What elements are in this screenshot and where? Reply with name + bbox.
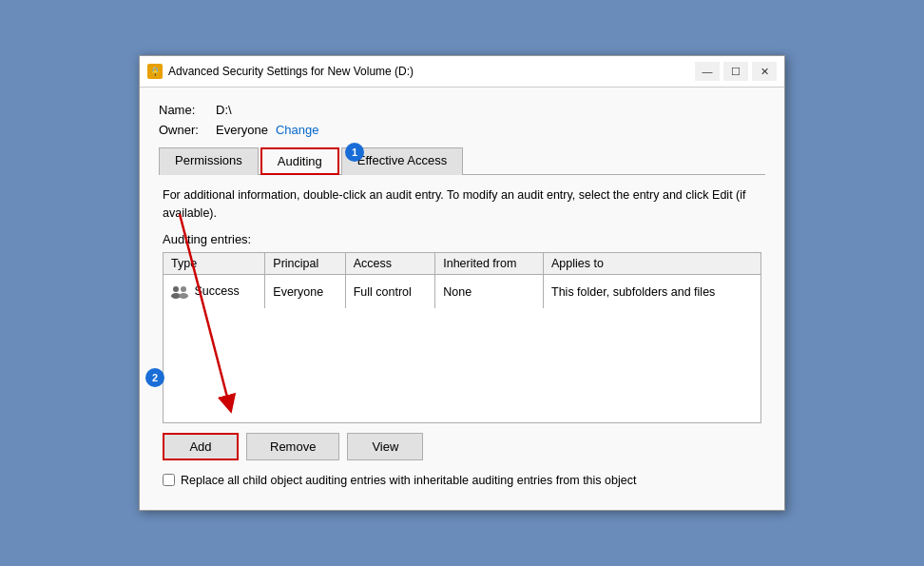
buttons-row: Add Remove View <box>163 433 761 460</box>
replace-checkbox[interactable] <box>163 474 175 486</box>
tab-content-auditing: For additional information, double-click… <box>159 175 765 495</box>
title-bar: 🔒 Advanced Security Settings for New Vol… <box>140 56 784 88</box>
cell-type: Success <box>164 274 265 308</box>
minimize-button[interactable]: — <box>695 62 720 81</box>
owner-field-row: Owner: Everyone Change <box>159 123 765 137</box>
tab-auditing[interactable]: Auditing <box>260 147 339 175</box>
name-field-row: Name: D:\ <box>159 103 765 117</box>
table-header-row: Type Principal Access Inherited from App… <box>164 252 761 274</box>
change-owner-link[interactable]: Change <box>276 123 319 137</box>
col-inherited: Inherited from <box>435 252 544 274</box>
table-row[interactable]: Success Everyone Full control None This … <box>164 274 761 308</box>
view-button[interactable]: View <box>347 433 423 460</box>
cell-applies: This folder, subfolders and files <box>544 274 761 308</box>
window-title: Advanced Security Settings for New Volum… <box>168 65 689 78</box>
checkbox-label: Replace all child object auditing entrie… <box>181 474 636 487</box>
table-empty-space <box>164 308 761 422</box>
col-applies: Applies to <box>544 252 761 274</box>
svg-point-3 <box>179 293 188 299</box>
close-button[interactable]: ✕ <box>752 62 777 81</box>
info-text: For additional information, double-click… <box>163 186 761 223</box>
cell-inherited: None <box>435 274 544 308</box>
tabs-container: Permissions Auditing Effective Access 1 <box>159 146 765 175</box>
remove-button[interactable]: Remove <box>246 433 339 460</box>
tabs-bar: Permissions Auditing Effective Access <box>159 146 765 175</box>
col-access: Access <box>345 252 434 274</box>
annotation-badge-1: 1 <box>345 143 364 162</box>
svg-point-2 <box>181 286 186 292</box>
title-bar-controls: — ☐ ✕ <box>695 62 777 81</box>
auditing-entries-label: Auditing entries: <box>163 232 761 246</box>
audit-entries-table: Type Principal Access Inherited from App… <box>163 252 761 423</box>
table-container: Type Principal Access Inherited from App… <box>163 252 761 423</box>
annotation-badge-2: 2 <box>145 368 164 387</box>
main-window: 🔒 Advanced Security Settings for New Vol… <box>139 55 785 511</box>
cell-principal: Everyone <box>265 274 345 308</box>
tab-permissions[interactable]: Permissions <box>159 147 259 175</box>
name-value: D:\ <box>216 103 232 117</box>
user-icon <box>171 285 188 299</box>
checkbox-row: Replace all child object auditing entrie… <box>163 474 761 487</box>
col-principal: Principal <box>265 252 345 274</box>
owner-label: Owner: <box>159 123 216 137</box>
owner-value: Everyone <box>216 123 268 137</box>
window-icon: 🔒 <box>147 64 163 79</box>
name-label: Name: <box>159 103 216 117</box>
svg-point-0 <box>173 286 179 292</box>
maximize-button[interactable]: ☐ <box>723 62 748 81</box>
col-type: Type <box>164 252 265 274</box>
add-button[interactable]: Add <box>163 433 239 460</box>
cell-access: Full control <box>345 274 434 308</box>
window-content: Name: D:\ Owner: Everyone Change Permiss… <box>140 88 784 510</box>
